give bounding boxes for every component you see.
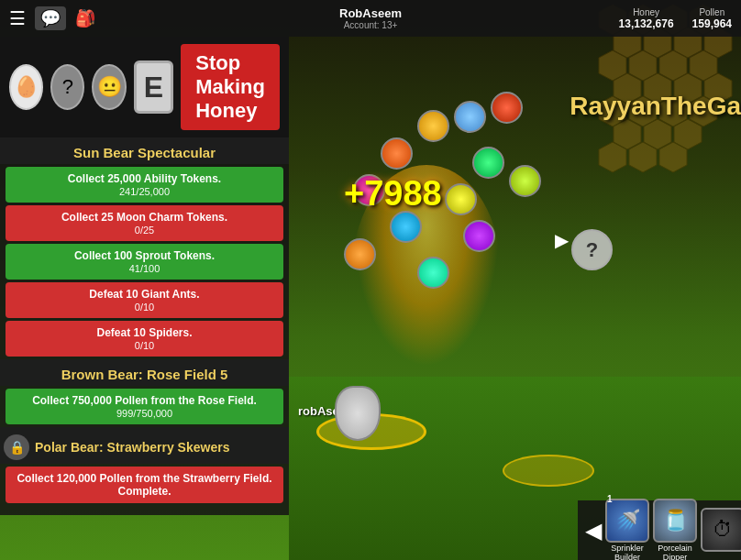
honey-pot-character (335, 386, 381, 441)
porcelain-dipper-icon[interactable]: 🫙 (653, 499, 697, 543)
backpack-icon[interactable]: 🎒 (75, 8, 95, 28)
polar-bear-section: 🔒 Polar Bear: Strawberry Skewers Collect… (0, 427, 289, 503)
cursor-icon: ▶ (555, 229, 569, 251)
clock-tool[interactable]: ⏱ (701, 508, 741, 553)
sun-bear-section: Sun Bear Spectacular Collect 25,000 Abil… (0, 137, 289, 357)
quest-item: Collect 25 Moon Charm Tokens. 0/25 (6, 205, 283, 241)
egg-icon[interactable]: 🥚 (9, 64, 43, 110)
bee-icon-10 (463, 220, 495, 252)
quest-item: Collect 25,000 Ability Tokens. 241/25,00… (6, 167, 283, 203)
brown-bear-title: Brown Bear: Rose Field 5 (0, 359, 289, 386)
chat-icon[interactable]: 💬 (35, 6, 66, 30)
quest-icon[interactable]: ? (50, 64, 84, 110)
pollen-value: 159,964 (692, 17, 732, 30)
top-bar-center: RobAseem Account: 13+ (339, 6, 402, 30)
username-label: RobAseem (339, 6, 402, 20)
honey-label: Honey (633, 7, 659, 17)
bee-icon-2 (454, 101, 486, 133)
quest-item: Defeat 10 Giant Ants. 0/10 (6, 282, 283, 318)
left-panel: 🥚 ? 😐 E Stop Making Honey Sun Bear Spect… (0, 37, 289, 515)
game-world: +7988 RayyanTheGa robAseem ▶ ? ◀ 1 🚿 Spr… (289, 37, 741, 560)
pollen-stat: Pollen 159,964 (692, 7, 732, 30)
key-e-button[interactable]: E (134, 60, 174, 114)
top-bar-right: Honey 13,132,676 Pollen 159,964 (619, 7, 732, 30)
prev-arrow-button[interactable]: ◀ (585, 518, 602, 544)
tool-slot-number: 1 (607, 494, 613, 504)
porcelain-dipper-tool[interactable]: 🫙 PorcelainDipper (653, 499, 697, 560)
bee-icon-11 (344, 238, 376, 270)
porcelain-dipper-label: PorcelainDipper (658, 544, 692, 560)
top-bar: ☰ 💬 🎒 RobAseem Account: 13+ Honey 13,132… (0, 0, 741, 37)
stop-banner[interactable]: Stop Making Honey (181, 44, 280, 130)
other-player-name: RayyanTheGa (570, 92, 741, 121)
account-info: Account: 13+ (344, 20, 398, 30)
other-player-circle (503, 455, 594, 487)
score-popup: +7988 (344, 174, 442, 214)
quest-scroll-area: Sun Bear Spectacular Collect 25,000 Abil… (0, 137, 289, 506)
honey-value: 13,132,676 (619, 17, 674, 30)
top-bar-left: ☰ 💬 🎒 (9, 6, 95, 30)
bee-icon-6 (445, 183, 477, 215)
quest-item: Collect 120,000 Pollen from the Strawber… (6, 467, 283, 503)
sprinkler-icon[interactable]: 🚿 (605, 499, 649, 543)
sprinkler-label: SprinklerBuilder (611, 544, 644, 560)
polar-bear-title: Polar Bear: Strawberry Skewers (35, 440, 229, 455)
sprinkler-tool[interactable]: 1 🚿 SprinklerBuilder (605, 499, 649, 560)
clock-icon[interactable]: ⏱ (701, 508, 741, 552)
bee-icon-12 (417, 257, 449, 289)
bee-icon-9 (509, 165, 541, 197)
bee-icon-4 (472, 147, 504, 179)
honey-stat: Honey 13,132,676 (619, 7, 674, 30)
help-button[interactable]: ? (571, 229, 613, 270)
brown-bear-section: Brown Bear: Rose Field 5 Collect 750,000… (0, 359, 289, 424)
hamburger-icon[interactable]: ☰ (9, 7, 26, 29)
bee-icon-7 (390, 211, 422, 243)
pollen-label: Pollen (699, 7, 724, 17)
bottom-toolbar: ◀ 1 🚿 SprinklerBuilder 🫙 PorcelainDipper… (578, 500, 741, 560)
quest-item: Collect 750,000 Pollen from the Rose Fie… (6, 389, 283, 424)
bee-swarm (307, 92, 536, 367)
bee-icon-1 (417, 110, 449, 142)
bee-icon-3 (381, 137, 413, 170)
face-icon[interactable]: 😐 (92, 64, 126, 110)
sun-bear-title: Sun Bear Spectacular (0, 137, 289, 164)
lock-icon: 🔒 (4, 434, 29, 460)
bee-icon-8 (491, 92, 523, 124)
quest-item: Defeat 10 Spiders. 0/10 (6, 321, 283, 357)
icon-row: 🥚 ? 😐 E Stop Making Honey (0, 37, 289, 137)
quest-item: Collect 100 Sprout Tokens. 41/100 (6, 244, 283, 280)
